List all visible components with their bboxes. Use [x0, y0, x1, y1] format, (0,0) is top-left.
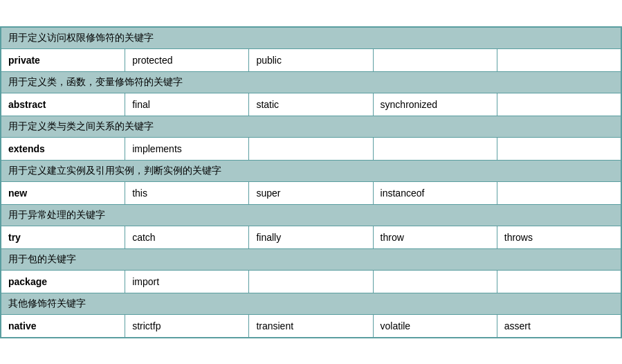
- table-row: trycatchfinallythrowthrows: [1, 226, 621, 248]
- table-row: newthissuperinstanceof: [1, 181, 621, 204]
- keyword-cell-2-1: implements: [125, 137, 249, 160]
- table-row: packageimport: [1, 270, 621, 293]
- keyword-cell-3-4: [497, 181, 621, 204]
- keyword-cell-4-3: throw: [373, 226, 497, 248]
- keyword-cell-5-3: [373, 270, 497, 293]
- keyword-cell-6-0: native: [1, 314, 125, 337]
- section-header-1: 用于定义类，函数，变量修饰符的关键字: [1, 71, 621, 93]
- keyword-cell-1-3: synchronized: [373, 93, 497, 116]
- keyword-cell-0-2: public: [249, 48, 373, 71]
- keyword-cell-3-0: new: [1, 181, 125, 204]
- keyword-cell-0-4: [497, 48, 621, 71]
- keyword-cell-6-2: transient: [249, 314, 373, 337]
- keyword-cell-3-2: super: [249, 181, 373, 204]
- main-table-container: 用于定义访问权限修饰符的关键字privateprotectedpublic用于定…: [0, 26, 622, 338]
- keyword-cell-1-4: [497, 93, 621, 116]
- keyword-cell-4-1: catch: [125, 226, 249, 248]
- keyword-cell-2-4: [497, 137, 621, 160]
- keyword-cell-4-0: try: [1, 226, 125, 248]
- keyword-cell-2-0: extends: [1, 137, 125, 160]
- section-header-3: 用于定义建立实例及引用实例，判断实例的关键字: [1, 160, 621, 181]
- table-row: abstractfinalstaticsynchronized: [1, 93, 621, 116]
- keywords-table: 用于定义访问权限修饰符的关键字privateprotectedpublic用于定…: [1, 27, 621, 338]
- keyword-cell-0-1: protected: [125, 48, 249, 71]
- section-header-row: 其他修饰符关键字: [1, 293, 621, 314]
- keyword-cell-2-3: [373, 137, 497, 160]
- keyword-cell-6-1: strictfp: [125, 314, 249, 337]
- section-header-2: 用于定义类与类之间关系的关键字: [1, 116, 621, 137]
- table-row: privateprotectedpublic: [1, 48, 621, 71]
- keyword-cell-5-4: [497, 270, 621, 293]
- section-header-row: 用于包的关键字: [1, 248, 621, 270]
- section-header-6: 其他修饰符关键字: [1, 293, 621, 314]
- section-header-row: 用于定义访问权限修饰符的关键字: [1, 27, 621, 48]
- keyword-cell-0-0: private: [1, 48, 125, 71]
- keyword-cell-5-0: package: [1, 270, 125, 293]
- keyword-cell-4-4: throws: [497, 226, 621, 248]
- section-header-5: 用于包的关键字: [1, 248, 621, 270]
- keyword-cell-3-1: this: [125, 181, 249, 204]
- keyword-cell-1-1: final: [125, 93, 249, 116]
- keyword-cell-4-2: finally: [249, 226, 373, 248]
- keyword-cell-5-2: [249, 270, 373, 293]
- keyword-cell-1-0: abstract: [1, 93, 125, 116]
- table-row: extendsimplements: [1, 137, 621, 160]
- table-row: nativestrictfptransientvolatileassert: [1, 314, 621, 337]
- keyword-cell-6-3: volatile: [373, 314, 497, 337]
- keyword-cell-2-2: [249, 137, 373, 160]
- section-header-0: 用于定义访问权限修饰符的关键字: [1, 27, 621, 48]
- keyword-cell-1-2: static: [249, 93, 373, 116]
- section-header-row: 用于定义类与类之间关系的关键字: [1, 116, 621, 137]
- section-header-row: 用于异常处理的关键字: [1, 204, 621, 226]
- keyword-cell-3-3: instanceof: [373, 181, 497, 204]
- keyword-cell-5-1: import: [125, 270, 249, 293]
- keyword-cell-6-4: assert: [497, 314, 621, 337]
- section-header-row: 用于定义类，函数，变量修饰符的关键字: [1, 71, 621, 93]
- section-header-4: 用于异常处理的关键字: [1, 204, 621, 226]
- keyword-cell-0-3: [373, 48, 497, 71]
- section-header-row: 用于定义建立实例及引用实例，判断实例的关键字: [1, 160, 621, 181]
